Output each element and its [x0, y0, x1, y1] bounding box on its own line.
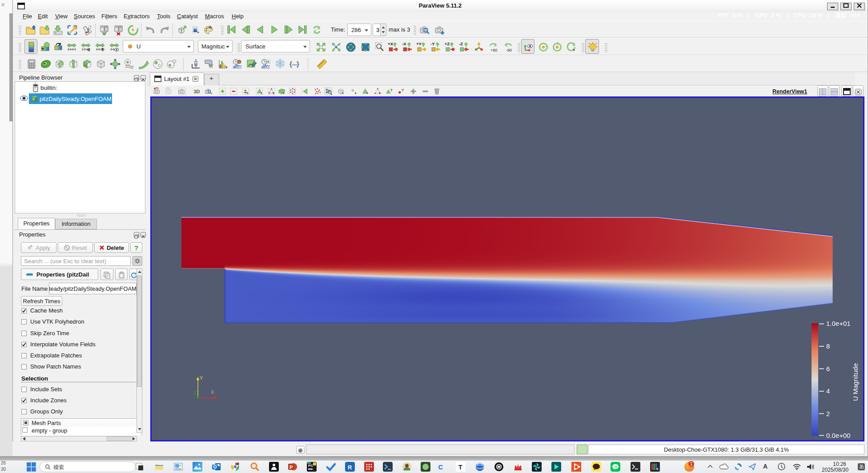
svg-text:Y: Y [200, 375, 203, 381]
svg-text:-90: -90 [506, 48, 512, 52]
svg-text:あ: あ [859, 464, 864, 469]
svg-text:?: ? [402, 88, 404, 92]
svg-text:?: ? [390, 88, 393, 92]
svg-text:{: { [289, 60, 292, 68]
svg-text:+X: +X [388, 41, 394, 46]
svg-text:}: } [297, 60, 299, 68]
svg-text:3D: 3D [193, 89, 200, 94]
svg-text:PC: PC [308, 464, 313, 468]
svg-text:-Z: -Z [459, 41, 463, 46]
svg-text:C: C [438, 463, 443, 471]
svg-text:R: R [348, 464, 352, 471]
svg-text:-Y: -Y [430, 41, 435, 46]
svg-text:Z: Z [193, 390, 197, 396]
svg-text:O: O [213, 465, 217, 469]
svg-text:2: 2 [58, 42, 60, 47]
svg-text:-X: -X [402, 41, 406, 46]
svg-text:T: T [458, 464, 462, 471]
svg-text:+Y: +Y [416, 41, 422, 46]
svg-text:P: P [289, 465, 293, 470]
svg-text:+Z: +Z [445, 41, 450, 46]
svg-text:LINE: LINE [613, 466, 618, 468]
svg-text:+90: +90 [490, 48, 497, 52]
svg-text:c: c [88, 47, 90, 52]
svg-text:X: X [211, 389, 214, 395]
